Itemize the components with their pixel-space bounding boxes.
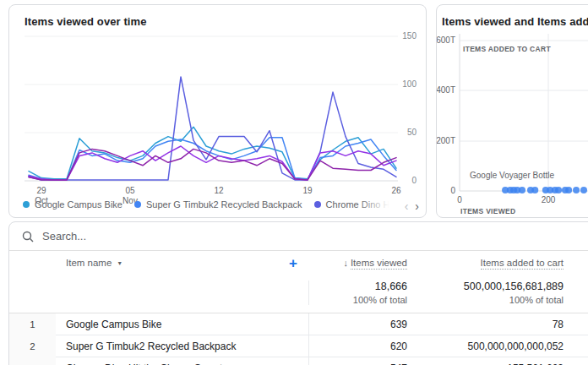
svg-text:50: 50 <box>407 128 417 137</box>
item-name-cell: Chrome Dino Hit the Slopes Sweater <box>56 357 309 365</box>
row-number: 2 <box>9 335 56 357</box>
svg-text:19: 19 <box>302 186 313 195</box>
legend-dot-icon <box>134 201 141 208</box>
svg-text:0: 0 <box>457 195 462 204</box>
item-name-cell: Google Campus Bike <box>56 313 309 335</box>
search-input[interactable] <box>42 230 296 242</box>
sort-desc-icon: ↓ <box>343 258 348 268</box>
legend-dot-icon <box>314 201 321 208</box>
svg-text:600T: 600T <box>437 35 455 45</box>
line-chart-card: Items viewed over time 05010015029Oct05N… <box>8 4 427 218</box>
svg-text:0: 0 <box>411 176 416 185</box>
items-viewed-header[interactable]: ↓Items viewed <box>309 258 411 268</box>
legend-item[interactable]: Google Campus Bike <box>23 199 122 210</box>
scatter-chart-title: Items viewed and Items added to cart by … <box>442 15 588 28</box>
legend-label: Chrome Dino Hit the Slopes Sweater <box>326 199 397 210</box>
legend-item[interactable]: Super G Timbuk2 Recycled Backpack <box>134 199 302 210</box>
svg-text:100: 100 <box>402 79 416 89</box>
svg-text:200T: 200T <box>437 136 455 145</box>
total-items-added: 500,000,156,681,889 <box>411 281 564 292</box>
item-name-cell: Super G Timbuk2 Recycled Backpack <box>56 335 309 357</box>
legend-label: Super G Timbuk2 Recycled Backpack <box>146 199 302 210</box>
line-chart-legend: Google Campus Bike Super G Timbuk2 Recyc… <box>23 198 397 211</box>
legend-next-icon[interactable]: › <box>415 199 419 214</box>
legend-dot-icon <box>23 201 30 208</box>
items-viewed-cell: 639 <box>309 319 411 330</box>
items-viewed-cell: 620 <box>309 340 411 352</box>
item-name-header[interactable]: Item name ▼ + <box>56 251 309 275</box>
items-added-header[interactable]: Items added to cart <box>411 258 567 268</box>
data-table-card: Item name ▼ + ↓Items viewed Items added … <box>8 221 588 365</box>
legend-item[interactable]: Chrome Dino Hit the Slopes Sweater <box>314 199 397 210</box>
add-column-button[interactable]: + <box>289 256 297 270</box>
svg-text:ITEMS VIEWED: ITEMS VIEWED <box>460 207 515 215</box>
svg-text:12: 12 <box>214 186 224 195</box>
table-search-bar <box>9 222 588 251</box>
table-row: 1 Google Campus Bike 639 78 <box>9 313 588 335</box>
total-items-viewed: 18,666 <box>309 281 407 292</box>
svg-text:400T: 400T <box>437 85 455 95</box>
scatter-chart: 600T400T200T0ITEMS ADDED TO CART0200ITEM… <box>437 27 588 217</box>
total-items-viewed-pct: 100% of total <box>309 295 407 305</box>
table-row: 3 Chrome Dino Hit the Slopes Sweater 547… <box>9 357 588 365</box>
table-header-row: Item name ▼ + ↓Items viewed Items added … <box>9 251 588 275</box>
svg-text:05: 05 <box>125 186 135 195</box>
legend-pager: ‹ › <box>405 199 419 214</box>
items-added-cell: 78 <box>411 319 567 330</box>
svg-text:ITEMS ADDED TO CART: ITEMS ADDED TO CART <box>463 45 551 53</box>
search-icon <box>22 231 34 242</box>
total-items-added-pct: 100% of total <box>411 295 564 305</box>
analytics-dashboard: { "left_card": { "title": "Items viewed … <box>0 0 588 365</box>
table-row: 2 Super G Timbuk2 Recycled Backpack 620 … <box>9 335 588 357</box>
items-added-cell: 500,000,000,000,052 <box>411 340 567 352</box>
scatter-chart-card: Items viewed and Items added to cart by … <box>436 4 588 218</box>
svg-text:Google Voyager Bottle: Google Voyager Bottle <box>470 171 555 180</box>
svg-text:0: 0 <box>450 186 455 195</box>
svg-text:26: 26 <box>391 186 401 195</box>
table-totals-row: 18,666 100% of total 500,000,156,681,889… <box>9 275 588 313</box>
legend-prev-icon[interactable]: ‹ <box>405 199 409 214</box>
svg-text:200: 200 <box>542 195 556 204</box>
row-number: 1 <box>9 313 56 335</box>
legend-label: Google Campus Bike <box>35 199 122 210</box>
line-chart: 05010015029Oct05Nov121926 <box>16 27 427 208</box>
line-chart-title: Items viewed over time <box>24 15 147 28</box>
chevron-down-icon[interactable]: ▼ <box>117 260 122 266</box>
row-number: 3 <box>9 357 56 365</box>
svg-text:29: 29 <box>36 186 46 195</box>
svg-text:150: 150 <box>402 31 416 41</box>
